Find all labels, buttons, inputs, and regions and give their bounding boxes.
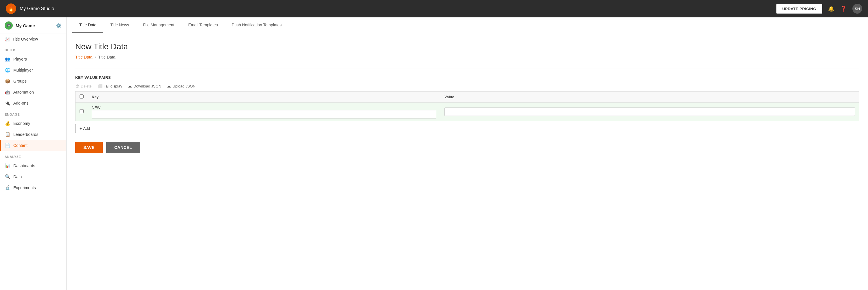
sidebar-item-players-label: Players <box>13 57 27 61</box>
sidebar: 🎮 My Game ⚙️ 📈 Title Overview BUILD 👥 Pl… <box>0 18 66 290</box>
upload-json-button[interactable]: ☁ Upload JSON <box>167 84 195 88</box>
table-row: NEW <box>75 103 859 121</box>
sidebar-item-data-label: Data <box>13 174 22 179</box>
players-icon: 👥 <box>5 57 10 62</box>
cancel-button[interactable]: CANCEL <box>106 142 140 153</box>
sidebar-item-economy[interactable]: 💰 Economy <box>0 118 66 129</box>
sidebar-item-multiplayer-label: Multiplayer <box>13 68 33 72</box>
row-value-input[interactable] <box>444 108 855 116</box>
row-key-label: NEW <box>92 106 100 110</box>
breadcrumb-current: Title Data <box>98 55 115 59</box>
tab-title-data[interactable]: Title Data <box>72 18 103 33</box>
upload-json-label: Upload JSON <box>173 84 195 88</box>
settings-icon[interactable]: ⚙️ <box>56 23 62 28</box>
breadcrumb: Title Data › Title Data <box>75 55 859 59</box>
header-key: Key <box>88 91 440 103</box>
sidebar-game-header: 🎮 My Game ⚙️ <box>0 18 66 34</box>
sidebar-item-add-ons[interactable]: 🔌 Add-ons <box>0 98 66 109</box>
sidebar-item-groups-label: Groups <box>13 79 27 83</box>
sidebar-item-dashboards-label: Dashboards <box>13 164 35 168</box>
add-row-button[interactable]: + Add <box>75 124 94 133</box>
section-divider <box>75 68 859 68</box>
dashboards-icon: 📊 <box>5 163 10 168</box>
sidebar-item-players[interactable]: 👥 Players <box>0 54 66 65</box>
sidebar-item-dashboards[interactable]: 📊 Dashboards <box>0 160 66 171</box>
sidebar-item-groups[interactable]: 📦 Groups <box>0 76 66 87</box>
sidebar-section-build: BUILD <box>0 44 66 54</box>
tall-display-button[interactable]: ⬜ Tall display <box>97 84 122 88</box>
data-icon: 🔍 <box>5 174 10 179</box>
delete-button[interactable]: 🗑 Delete <box>75 84 92 88</box>
sidebar-item-experiments[interactable]: 🔬 Experiments <box>0 182 66 193</box>
title-overview-icon: 📈 <box>5 37 9 41</box>
row-key-input[interactable] <box>92 110 436 118</box>
sidebar-item-content[interactable]: 📄 Content <box>0 140 66 151</box>
tab-push-notification-templates[interactable]: Push Notification Templates <box>225 18 289 33</box>
topnav-right: UPDATE PRICING 🔔 ❓ SH <box>776 4 862 13</box>
kvp-toolbar: 🗑 Delete ⬜ Tall display ☁ Download JSON … <box>75 84 859 88</box>
header-value: Value <box>440 91 859 103</box>
main-content: Title Data Title News File Management Em… <box>66 18 868 290</box>
title-overview-label: Title Overview <box>12 37 38 41</box>
sidebar-game-name: 🎮 My Game <box>5 22 35 30</box>
experiments-icon: 🔬 <box>5 185 10 190</box>
leaderboards-icon: 📋 <box>5 132 10 137</box>
download-json-button[interactable]: ☁ Download JSON <box>128 84 161 88</box>
breadcrumb-separator: › <box>95 55 96 59</box>
delete-label: Delete <box>81 84 92 88</box>
user-avatar[interactable]: SH <box>852 4 862 13</box>
trash-icon: 🗑 <box>75 84 79 88</box>
select-all-checkbox[interactable] <box>80 94 84 98</box>
sidebar-item-data[interactable]: 🔍 Data <box>0 171 66 182</box>
notification-icon[interactable]: 🔔 <box>828 5 834 12</box>
upload-icon: ☁ <box>167 84 171 88</box>
sidebar-item-economy-label: Economy <box>13 121 30 126</box>
row-key-cell: NEW <box>88 103 440 121</box>
content-icon: 📄 <box>5 143 10 148</box>
tall-display-label: Tall display <box>104 84 122 88</box>
tab-title-news[interactable]: Title News <box>103 18 136 33</box>
tabs-bar: Title Data Title News File Management Em… <box>66 18 868 33</box>
sidebar-item-multiplayer[interactable]: 🌐 Multiplayer <box>0 65 66 76</box>
automation-icon: 🤖 <box>5 89 10 95</box>
topnav-left: 🔥 My Game Studio <box>6 3 54 14</box>
app-logo: 🔥 <box>6 3 16 14</box>
game-icon: 🎮 <box>5 22 13 30</box>
kvp-table-header: Key Value <box>75 91 859 103</box>
sidebar-item-automation-label: Automation <box>13 90 34 94</box>
breadcrumb-link[interactable]: Title Data <box>75 55 92 59</box>
sidebar-item-leaderboards[interactable]: 📋 Leaderboards <box>0 129 66 140</box>
kvp-section-title: KEY VALUE PAIRS <box>75 75 859 80</box>
sidebar-game-label: My Game <box>16 23 35 28</box>
page-content-area: New Title Data Title Data › Title Data K… <box>66 33 868 162</box>
add-icon: + <box>80 126 82 130</box>
sidebar-item-experiments-label: Experiments <box>13 185 36 190</box>
kvp-table-body: NEW <box>75 103 859 121</box>
top-navigation: 🔥 My Game Studio UPDATE PRICING 🔔 ❓ SH <box>0 0 868 18</box>
studio-name: My Game Studio <box>20 6 54 11</box>
kvp-table: Key Value NEW <box>75 91 859 121</box>
download-json-label: Download JSON <box>133 84 161 88</box>
sidebar-item-leaderboards-label: Leaderboards <box>13 132 38 137</box>
update-pricing-button[interactable]: UPDATE PRICING <box>776 4 822 13</box>
header-checkbox-col <box>75 91 88 103</box>
economy-icon: 💰 <box>5 121 10 126</box>
kvp-section: KEY VALUE PAIRS 🗑 Delete ⬜ Tall display … <box>75 75 859 153</box>
sidebar-item-title-overview[interactable]: 📈 Title Overview <box>0 34 66 44</box>
row-value-cell <box>440 103 859 121</box>
save-button[interactable]: SAVE <box>75 142 103 153</box>
sidebar-item-content-label: Content <box>13 143 28 148</box>
tall-display-icon: ⬜ <box>97 84 102 88</box>
download-icon: ☁ <box>128 84 132 88</box>
action-buttons: SAVE CANCEL <box>75 142 859 153</box>
help-icon[interactable]: ❓ <box>840 5 846 12</box>
app-layout: 🎮 My Game ⚙️ 📈 Title Overview BUILD 👥 Pl… <box>0 18 868 290</box>
tab-file-management[interactable]: File Management <box>136 18 181 33</box>
sidebar-item-automation[interactable]: 🤖 Automation <box>0 87 66 98</box>
tab-email-templates[interactable]: Email Templates <box>181 18 224 33</box>
page-title: New Title Data <box>75 42 859 51</box>
sidebar-section-analyze: ANALYZE <box>0 151 66 160</box>
multiplayer-icon: 🌐 <box>5 67 10 73</box>
row-checkbox[interactable] <box>80 109 84 113</box>
add-label: Add <box>83 126 90 130</box>
